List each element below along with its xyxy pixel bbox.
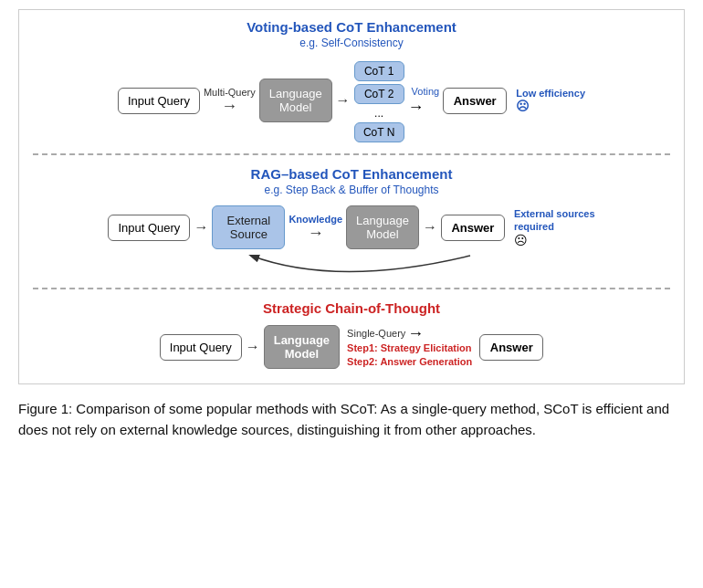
section2-langmodel: Language Model [346, 205, 419, 249]
cot1-box: CoT 1 [354, 61, 404, 81]
arrow-right-3: → [408, 99, 425, 115]
section2-arrow1: → [194, 220, 208, 235]
section3-flow: Input Query → Language Model Single-Quer… [160, 325, 543, 370]
voting-section: Voting → [408, 86, 440, 115]
section1-arrow2: → [336, 93, 351, 108]
section2-flow-wrapper: Input Query → External Source Knowledge … [108, 205, 594, 277]
section1-eff-note: Low efficiency ☹ [516, 88, 585, 113]
section2-knowledge-arrow: Knowledge → [289, 214, 342, 241]
section3-answer-box: Answer [479, 334, 543, 361]
section1-arrow: Multi-Query → [204, 87, 256, 114]
section1-cot-column: CoT 1 CoT 2 ... CoT N [354, 58, 404, 142]
section3-input-box: Input Query [160, 334, 242, 361]
section1-answer-box: Answer [443, 88, 507, 114]
section2-subtitle: e.g. Step Back & Buffer of Thoughts [264, 184, 438, 196]
section1-input-box: Input Query [118, 88, 200, 114]
section2-external-box: External Source [212, 205, 285, 249]
section2-input-box: Input Query [108, 215, 190, 241]
curved-back-arrow [205, 251, 498, 277]
section1-title: Voting-based CoT Enhancement [247, 19, 456, 35]
section1-voting: Voting-based CoT Enhancement e.g. Self-C… [33, 19, 670, 142]
section3-scot: Strategic Chain-of-Thought Input Query →… [33, 300, 670, 370]
eff-label: Low efficiency [516, 88, 585, 99]
section3-arrow1: → [246, 340, 260, 354]
section2-answer-box: Answer [441, 215, 505, 241]
ext-note-label: External sourcesrequired [514, 207, 595, 234]
curved-arrow-wrapper [108, 251, 594, 277]
section2-flow: Input Query → External Source Knowledge … [108, 205, 594, 249]
section2-arrow3: → [423, 220, 437, 235]
cotn-box: CoT N [354, 122, 404, 142]
arrow-right-sq: → [407, 325, 424, 341]
eff-smiley: ☹ [516, 99, 530, 113]
cot2-box: CoT 2 [354, 84, 404, 104]
voting-label: Voting [412, 86, 440, 97]
sep2 [33, 288, 670, 289]
section2-rag: RAG–based CoT Enhancement e.g. Step Back… [33, 166, 670, 277]
figure-caption: Figure 1: Comparison of some popular met… [18, 398, 685, 441]
step1-label: Step1: Strategy Elicitation [347, 341, 472, 355]
single-query-label: Single-Query [347, 328, 405, 339]
single-query-row: Single-Query → [347, 325, 424, 341]
ext-smiley: ☹ [514, 233, 528, 247]
section3-query-steps: Single-Query → Step1: Strategy Elicitati… [347, 325, 472, 370]
sep1 [33, 153, 670, 155]
section3-title: Strategic Chain-of-Thought [263, 300, 440, 316]
section1-langmodel: Language Model [259, 79, 332, 122]
arrow-right-k: → [308, 225, 324, 241]
ext-note-wrapper: External sourcesrequired ☹ [514, 207, 595, 248]
cot-dots: ... [374, 107, 383, 120]
step2-label: Step2: Answer Generation [347, 355, 472, 369]
section2-title: RAG–based CoT Enhancement [251, 166, 453, 182]
step-labels: Step1: Strategy Elicitation Step2: Answe… [347, 341, 472, 370]
section1-flow: Input Query Multi-Query → Language Model… [118, 58, 585, 142]
section3-langmodel: Language Model [264, 325, 340, 369]
arrow-right-1: → [221, 98, 237, 114]
section1-subtitle: e.g. Self-Consistency [299, 37, 403, 49]
